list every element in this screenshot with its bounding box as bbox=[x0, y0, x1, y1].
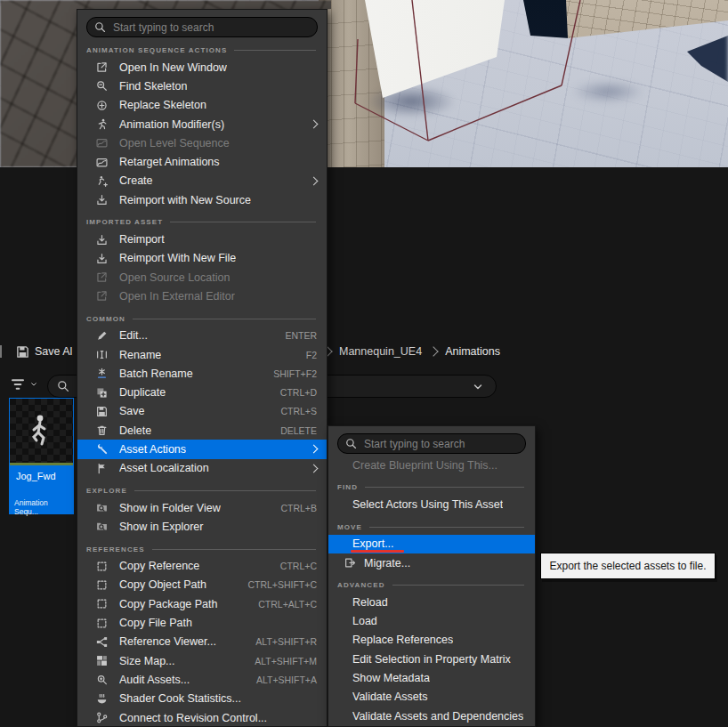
save-icon bbox=[95, 405, 108, 417]
copy-icon bbox=[96, 598, 108, 610]
migrate-menu-item[interactable]: Migrate... bbox=[328, 553, 535, 572]
menu-item-label: Create bbox=[119, 174, 153, 187]
shortcut-label: ALT+SHIFT+A bbox=[256, 674, 317, 685]
size-map-icon bbox=[95, 655, 108, 667]
edit-icon bbox=[96, 330, 108, 342]
show-metadata-menu-item[interactable]: Show Metadata bbox=[328, 668, 535, 687]
create-icon bbox=[96, 175, 108, 187]
section-label: COMMON bbox=[86, 315, 125, 323]
copy-icon bbox=[96, 618, 108, 629]
annotation-underline bbox=[351, 550, 404, 553]
asset-name: Jog_Fwd bbox=[16, 471, 56, 481]
menu-item-label: Find Skeleton bbox=[119, 80, 187, 93]
asset-localization-icon bbox=[96, 463, 108, 474]
chevron-down-icon[interactable] bbox=[473, 382, 483, 392]
export-tooltip: Export the selected assets to file. bbox=[540, 553, 716, 579]
show-in-folder-icon bbox=[95, 502, 108, 514]
asset-localization-menu-item[interactable]: Asset Localization bbox=[77, 459, 327, 478]
menu-item-label: Reimport bbox=[119, 233, 165, 246]
open-source-location-menu-item[interactable]: Open Source Location bbox=[77, 268, 327, 287]
menu-item-label: Shader Cook Statistics... bbox=[119, 692, 241, 705]
edit-menu-item[interactable]: Edit...ENTER bbox=[77, 327, 327, 345]
retarget-animations-menu-item[interactable]: Retarget Animations bbox=[77, 152, 327, 171]
section-label: ADVANCED bbox=[337, 581, 385, 589]
shortcut-label: ALT+SHIFT+R bbox=[255, 636, 317, 647]
chevron-down-icon[interactable] bbox=[29, 381, 38, 388]
asset-tile-jog-fwd[interactable]: Jog_Fwd Animation Sequ... bbox=[10, 399, 73, 513]
revision-control-icon bbox=[96, 712, 108, 723]
find-skeleton-icon bbox=[95, 80, 108, 93]
submenu-search-input[interactable] bbox=[362, 437, 525, 451]
save-all-label: Save Al bbox=[35, 345, 72, 358]
copy-object-path-menu-item[interactable]: Copy Object PathCTRL+SHIFT+C bbox=[77, 576, 327, 594]
asset-actions-menu-item[interactable]: Asset Actions bbox=[77, 440, 327, 458]
submenu-search-box[interactable] bbox=[337, 433, 526, 454]
menu-item-label: Show in Folder View bbox=[119, 502, 221, 514]
load-menu-item[interactable]: Load bbox=[328, 611, 535, 630]
retarget-animations-icon bbox=[95, 156, 108, 168]
show-in-folder-view-menu-item[interactable]: Show in Folder ViewCTRL+B bbox=[77, 498, 327, 517]
duplicate-menu-item[interactable]: DuplicateCTRL+D bbox=[77, 383, 327, 401]
open-level-sequence-menu-item[interactable]: Open Level Sequence bbox=[77, 133, 327, 152]
open-in-new-window-icon bbox=[96, 61, 108, 73]
menu-item-label: Connect to Revision Control... bbox=[119, 712, 267, 724]
show-in-folder-icon bbox=[96, 521, 108, 532]
validate-assets-and-dependencies-menu-item[interactable]: Validate Assets and Dependencies bbox=[328, 707, 535, 725]
create-blueprint-using-this-menu-item[interactable]: Create Blueprint Using This... bbox=[328, 456, 535, 474]
menu-item-label: Create Blueprint Using This... bbox=[352, 459, 497, 472]
animation-modifier-s-menu-item[interactable]: Animation Modifier(s) bbox=[77, 115, 327, 133]
copy-reference-menu-item[interactable]: Copy ReferenceCTRL+C bbox=[77, 557, 327, 576]
reimport-with-new-file-menu-item[interactable]: Reimport With New File bbox=[77, 249, 327, 268]
menu-item-label: Open In New Window bbox=[119, 61, 227, 74]
chevron-right-icon bbox=[310, 176, 319, 185]
filter-icon[interactable] bbox=[9, 377, 27, 392]
copy-file-path-menu-item[interactable]: Copy File Path bbox=[77, 613, 327, 632]
section-header-animation-sequence-actions: ANIMATION SEQUENCE ACTIONS bbox=[77, 43, 327, 58]
replace-skeleton-icon bbox=[95, 99, 108, 111]
open-in-external-editor-menu-item[interactable]: Open In External Editor bbox=[77, 287, 327, 305]
connect-to-revision-control-menu-item[interactable]: Connect to Revision Control... bbox=[77, 708, 327, 727]
menu-item-label: Asset Actions bbox=[119, 443, 186, 456]
find-skeleton-menu-item[interactable]: Find Skeleton bbox=[77, 77, 327, 95]
breadcrumb-current-folder[interactable]: Animations bbox=[445, 345, 500, 358]
section-divider bbox=[170, 222, 316, 222]
menu-item-label: Rename bbox=[119, 349, 161, 361]
create-menu-item[interactable]: Create bbox=[77, 172, 327, 190]
save-all-button[interactable]: Save Al bbox=[16, 342, 72, 361]
show-in-explorer-menu-item[interactable]: Show in Explorer bbox=[77, 517, 327, 536]
menu-search-box[interactable] bbox=[86, 17, 318, 37]
replace-references-menu-item[interactable]: Replace References bbox=[328, 631, 535, 650]
reference-viewer-menu-item[interactable]: Reference Viewer...ALT+SHIFT+R bbox=[77, 633, 327, 651]
menu-item-label: Edit Selection in Property Matrix bbox=[352, 653, 511, 666]
reimport-icon bbox=[95, 252, 108, 264]
open-in-new-window-menu-item[interactable]: Open In New Window bbox=[77, 58, 327, 77]
breadcrumb: Mannequin_UE4 Animations bbox=[324, 342, 500, 361]
audit-assets-menu-item[interactable]: Audit Assets...ALT+SHIFT+A bbox=[77, 670, 327, 689]
rename-menu-item[interactable]: RenameF2 bbox=[77, 345, 327, 364]
delete-menu-item[interactable]: DeleteDELETE bbox=[77, 421, 327, 440]
reload-menu-item[interactable]: Reload bbox=[328, 593, 535, 611]
copy-icon bbox=[96, 579, 108, 591]
batch-rename-menu-item[interactable]: Batch RenameSHIFT+F2 bbox=[77, 364, 327, 383]
create-icon bbox=[95, 174, 108, 187]
breadcrumb-folder[interactable]: Mannequin_UE4 bbox=[339, 345, 422, 358]
validate-assets-menu-item[interactable]: Validate Assets bbox=[328, 688, 535, 707]
edit-selection-in-property-matrix-menu-item[interactable]: Edit Selection in Property Matrix bbox=[328, 650, 535, 668]
shortcut-label: CTRL+C bbox=[280, 561, 317, 571]
select-actors-using-this-asset-menu-item[interactable]: Select Actors Using This Asset bbox=[328, 495, 535, 513]
reimport-icon bbox=[96, 194, 108, 206]
reimport-icon bbox=[95, 233, 108, 246]
asset-type-label: Animation Sequ... bbox=[14, 498, 73, 516]
export-menu-item[interactable]: Export... bbox=[328, 535, 535, 553]
reimport-menu-item[interactable]: Reimport bbox=[77, 230, 327, 248]
reimport-with-new-source-menu-item[interactable]: Reimport with New Source bbox=[77, 190, 327, 209]
size-map-menu-item[interactable]: Size Map...ALT+SHIFT+M bbox=[77, 651, 327, 670]
menu-search-input[interactable] bbox=[111, 20, 317, 35]
save-menu-item[interactable]: SaveCTRL+S bbox=[77, 402, 327, 421]
menu-item-label: Size Map... bbox=[119, 655, 175, 667]
copy-package-path-menu-item[interactable]: Copy Package PathCTRL+ALT+C bbox=[77, 594, 327, 613]
section-divider bbox=[133, 319, 316, 319]
menu-item-label: Show Metadata bbox=[352, 672, 430, 684]
shader-cook-statistics-menu-item[interactable]: Shader Cook Statistics... bbox=[77, 690, 327, 708]
replace-skeleton-menu-item[interactable]: Replace Skeleton bbox=[77, 96, 327, 115]
